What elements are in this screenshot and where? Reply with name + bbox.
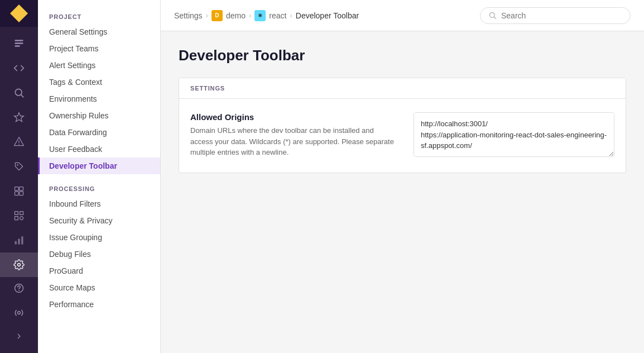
sidebar-item-dashboards[interactable] [0,179,38,203]
breadcrumb-current: Developer Toolbar [296,11,359,20]
sidebar-item-alerts[interactable] [0,130,38,154]
code-icon [13,63,25,74]
help-icon [13,283,25,294]
nav-item-developer-toolbar[interactable]: Developer Toolbar [38,158,160,174]
chevron-right-icon [15,332,23,341]
dashboards-icon [13,185,25,197]
page-title: Developer Toolbar [179,47,626,64]
svg-marker-5 [15,113,24,122]
breadcrumb-react[interactable]: react [269,11,286,20]
sidebar-item-search[interactable] [0,80,38,105]
broadcasts-icon [13,307,25,318]
issues-icon [13,38,25,49]
origins-textarea[interactable] [414,112,614,157]
svg-rect-15 [18,239,20,245]
sentry-logo [10,4,28,22]
nav-item-proguard[interactable]: ProGuard [38,263,160,279]
breadcrumb: Settings › D demo › ⚛ react › Developer … [174,10,359,21]
breadcrumb-sep-2: › [249,11,251,20]
projects-icon [13,210,25,221]
alerts-icon [13,136,25,147]
nav-item-project-teams[interactable]: Project Teams [38,40,160,57]
icon-sidebar [0,0,38,353]
sidebar-item-issues[interactable] [0,31,38,56]
left-nav: PROJECT General Settings Project Teams A… [38,0,161,353]
sidebar-nav-icons [0,27,38,277]
search-icon [488,11,497,20]
nav-item-tags-context[interactable]: Tags & Context [38,74,160,90]
svg-rect-2 [15,45,20,47]
settings-icon [13,259,25,270]
svg-point-17 [18,264,21,266]
processing-section-label: PROCESSING [38,181,160,195]
expand-sidebar-button[interactable] [0,326,38,346]
breadcrumb-settings[interactable]: Settings [174,11,203,20]
svg-line-22 [494,17,496,18]
search-input[interactable] [501,11,622,20]
svg-rect-10 [20,187,23,191]
nav-item-ownership-rules[interactable]: Ownership Rules [38,107,160,124]
nav-item-debug-files[interactable]: Debug Files [38,246,160,263]
svg-rect-11 [15,192,19,195]
svg-point-13 [20,217,23,220]
svg-rect-16 [21,236,23,244]
nav-item-inbound-filters[interactable]: Inbound Filters [38,195,160,212]
sidebar-item-broadcasts[interactable] [0,302,38,324]
nav-item-source-maps[interactable]: Source Maps [38,279,160,296]
sidebar-item-releases[interactable] [0,154,38,179]
sidebar-item-discover[interactable] [0,105,38,130]
search-bar[interactable] [480,7,631,24]
header: Settings › D demo › ⚛ react › Developer … [161,0,644,31]
nav-item-security-privacy[interactable]: Security & Privacy [38,212,160,229]
svg-point-19 [18,290,20,291]
nav-item-user-feedback[interactable]: User Feedback [38,141,160,158]
settings-row-left: Allowed Origins Domain URLs where the de… [190,112,396,158]
nav-item-performance[interactable]: Performance [38,296,160,313]
logo-area[interactable] [0,0,38,27]
field-label: Allowed Origins [190,112,396,122]
svg-point-3 [15,89,22,96]
svg-point-20 [18,312,21,314]
svg-rect-1 [15,42,23,44]
svg-line-4 [21,95,24,98]
nav-item-issue-grouping[interactable]: Issue Grouping [38,229,160,246]
svg-rect-12 [20,192,23,195]
nav-item-data-forwarding[interactable]: Data Forwarding [38,124,160,141]
nav-item-alert-settings[interactable]: Alert Settings [38,57,160,74]
discover-icon [13,112,25,123]
react-icon: ⚛ [254,10,266,21]
demo-icon: D [212,10,223,21]
sidebar-item-settings[interactable] [0,252,38,277]
breadcrumb-demo[interactable]: demo [226,11,246,20]
svg-point-8 [17,164,18,166]
sidebar-item-stats[interactable] [0,228,38,252]
nav-item-environments[interactable]: Environments [38,90,160,107]
svg-rect-0 [15,40,23,41]
breadcrumb-sep-1: › [206,11,208,20]
settings-card: SETTINGS Allowed Origins Domain URLs whe… [179,78,626,173]
settings-row-right [414,112,614,159]
svg-rect-14 [15,241,17,245]
breadcrumb-sep-3: › [290,11,292,20]
main-content: Settings › D demo › ⚛ react › Developer … [161,0,644,353]
svg-point-21 [490,13,495,18]
nav-item-general-settings[interactable]: General Settings [38,23,160,40]
sidebar-item-projects[interactable] [0,203,38,228]
stats-icon [13,235,25,246]
sidebar-item-code[interactable] [0,56,38,80]
search-nav-icon [13,87,25,98]
releases-icon [13,161,25,172]
settings-row: Allowed Origins Domain URLs where the de… [179,99,626,173]
svg-point-7 [18,144,20,145]
page-body: Developer Toolbar SETTINGS Allowed Origi… [161,31,644,189]
field-desc: Domain URLs where the dev toolbar can be… [190,125,396,158]
sidebar-bottom [0,277,38,353]
svg-rect-9 [15,187,19,191]
settings-card-header: SETTINGS [179,78,626,99]
project-section-label: PROJECT [38,9,160,23]
sidebar-item-help[interactable] [0,277,38,299]
